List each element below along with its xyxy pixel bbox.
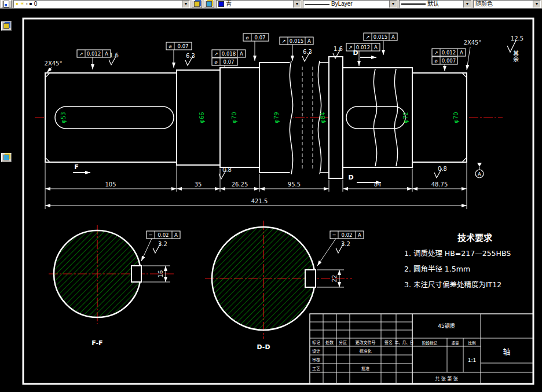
fcf-value: 0.018	[222, 51, 236, 57]
tech-line: 3. 未注尺寸偏差处精度为IT12	[404, 280, 501, 289]
keyway-notch	[305, 270, 316, 287]
fcf-datum: A	[105, 51, 108, 57]
tb-header: 更改文件号	[356, 340, 376, 345]
tb-part-name: 轴	[503, 347, 510, 356]
lineweight-value: 默认	[427, 1, 439, 8]
layer-on-icon: ●	[16, 2, 19, 6]
color-combo[interactable]: 青 ▼	[216, 0, 301, 8]
fcf-runout-g: ↗ 0.012 A	[346, 43, 380, 66]
layer-color-icon: ■	[30, 2, 32, 6]
fcf-runout-c: ↗ 0.018 A	[212, 50, 246, 57]
keyway-notch	[131, 266, 141, 282]
keyway-width: 16	[158, 270, 164, 278]
floating-tool-button[interactable]	[1, 21, 12, 31]
floating-tool-button[interactable]	[1, 153, 12, 162]
tb-material: 45钢质	[438, 323, 455, 329]
dim-35: 35	[195, 181, 202, 188]
fcf-value: 0.012	[442, 50, 456, 56]
chamfer-note: 2X45°	[45, 60, 63, 67]
fcf-datum: A	[240, 51, 243, 57]
fcf-value: 0.07	[224, 59, 235, 65]
fcf-runout-j: ⌀ 0.007	[432, 57, 457, 71]
layer-manager-button[interactable]	[1, 0, 12, 8]
roughness-value: 6.3	[186, 53, 195, 59]
section-circle	[54, 230, 141, 317]
fcf-symbol: ⌀	[434, 58, 437, 64]
fcf-symbol: ↗	[79, 51, 83, 57]
layers-icon	[3, 1, 9, 8]
view-label-f: F-F	[91, 339, 102, 347]
fcf-symbol: ↗	[348, 45, 352, 50]
dim-26-25: 26.25	[232, 181, 248, 188]
cut-label-d: D	[348, 174, 353, 181]
layer-combo-arrow-icon[interactable]: ▼	[182, 1, 189, 8]
cut-label-d: D	[353, 49, 358, 57]
dia-label: φ53	[60, 112, 67, 123]
layer-lock-icon: ▪	[26, 2, 28, 6]
fcf-runout-i: ↗ 0.012 A	[432, 49, 466, 56]
layer-thaw-icon: ☀	[20, 2, 24, 6]
tb-stage-label: 阶段标记	[422, 340, 438, 346]
tb-role: 标准化	[360, 349, 372, 354]
cube-icon	[3, 155, 9, 160]
fcf-value: 0.015	[373, 34, 387, 40]
color-value: 青	[226, 1, 232, 8]
roughness-value: 3.2	[158, 241, 167, 247]
tb-header: 分区	[339, 340, 347, 345]
linetype-combo[interactable]: ByLayer ▼	[303, 0, 397, 8]
color-combo-arrow-icon[interactable]: ▼	[293, 1, 301, 8]
linetype-value: ByLayer	[331, 1, 353, 8]
tech-line: 2. 圆角半径 1.5mm	[404, 265, 470, 273]
tb-role: 设计	[312, 349, 320, 354]
fcf-value: 0.012	[87, 51, 101, 57]
linetype-sample-icon	[305, 4, 329, 5]
cube-icon	[194, 1, 200, 7]
dim-95-5: 95.5	[288, 181, 301, 188]
fcf-value: 0.015	[290, 38, 303, 44]
drawing-canvas[interactable]: 105 35 26.25 95.5 84 48.75 421.5 φ53 φ66…	[0, 9, 542, 392]
fcf-symbol: ↗	[434, 50, 438, 56]
dia-label: φ72	[402, 112, 409, 123]
lineweight-combo[interactable]: 默认 ▼	[399, 0, 471, 8]
layer-combo[interactable]: ● ☀ ▪ ■ 0 ▼	[13, 0, 190, 8]
fcf-value: 0.07	[178, 43, 189, 49]
plotstyle-combo-arrow-icon[interactable]: ▼	[533, 1, 540, 8]
dia-label: φ79	[273, 112, 280, 123]
fcf-datum: A	[358, 232, 361, 238]
dia-label: φ70	[231, 112, 237, 123]
roughness-value: 0.8	[222, 167, 232, 173]
layer-previous-button[interactable]	[204, 0, 214, 8]
title-block: 标记 处数 分区 更改文件号 签名 年、月、日 设计 标准化 审核 工艺 批准 …	[310, 314, 533, 384]
section-circle	[212, 227, 315, 330]
tech-line: 1. 调质处理 HB=217—255HBS	[404, 249, 511, 258]
keyway-width: 22	[331, 275, 338, 283]
lineweight-combo-arrow-icon[interactable]: ▼	[463, 1, 471, 8]
tb-header: 年、月、日	[395, 340, 414, 345]
cube-icon	[3, 23, 9, 29]
fcf-value: 0.007	[442, 58, 456, 64]
color-swatch	[218, 1, 224, 7]
datum-letter: A	[478, 171, 481, 177]
tb-scale-label: 比例	[468, 340, 476, 346]
dim-105: 105	[105, 181, 116, 188]
fcf-symbol: ↗	[365, 34, 369, 40]
fcf-datum: A	[174, 232, 178, 238]
linetype-combo-arrow-icon[interactable]: ▼	[389, 1, 397, 8]
fcf-datum: A	[391, 34, 395, 40]
roughness-value: 1.6	[109, 52, 119, 58]
fcf-value: 0.02	[158, 232, 169, 238]
lineweight-sample-icon	[401, 3, 426, 5]
chamfer-note: 2X45°	[464, 39, 482, 46]
dim-total: 421.5	[251, 198, 268, 204]
roughness-default: 12.5	[511, 35, 523, 42]
fcf-datum: A	[307, 38, 311, 44]
length-dimensions: 105 35 26.25 95.5 84 48.75 421.5	[45, 163, 467, 209]
fcf-datum: A	[460, 50, 463, 56]
tb-role: 审核	[312, 357, 320, 362]
make-object-layer-current-button[interactable]	[192, 0, 202, 8]
object-properties-toolbar: ● ☀ ▪ ■ 0 ▼ 青 ▼ ByLayer ▼ 默认 ▼ 随颜色 ▼	[0, 0, 542, 9]
fcf-value: 0.02	[342, 232, 353, 238]
plotstyle-combo[interactable]: 随颜色 ▼	[473, 0, 541, 8]
shaft-drawing: 105 35 26.25 95.5 84 48.75 421.5 φ53 φ66…	[0, 9, 542, 392]
fcf-symbol: ⌀	[169, 43, 171, 49]
